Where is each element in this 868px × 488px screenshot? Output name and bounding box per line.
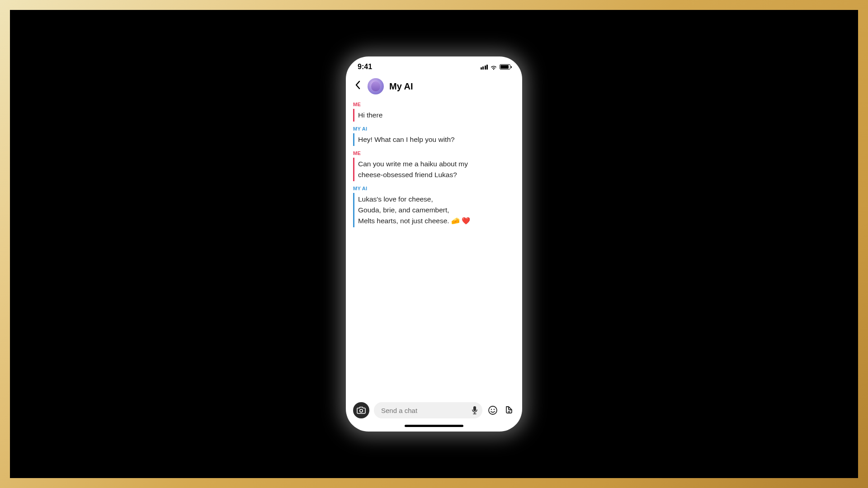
sender-label: MY AI <box>353 126 515 131</box>
phone-mockup: 9:41 My AI ME Hi there MY AI <box>346 56 522 432</box>
avatar[interactable] <box>368 78 384 94</box>
microphone-icon[interactable] <box>472 406 478 415</box>
wifi-icon <box>490 64 497 70</box>
svg-rect-1 <box>473 406 476 411</box>
message-ai: MY AI Lukas's love for cheese, Gouda, br… <box>353 186 515 227</box>
svg-point-3 <box>491 409 492 410</box>
message-text: Can you write me a haiku about my cheese… <box>353 158 480 181</box>
battery-icon <box>500 64 510 70</box>
message-me: ME Hi there <box>353 102 515 122</box>
games-icon[interactable] <box>503 404 515 416</box>
status-indicators <box>481 64 511 70</box>
svg-point-2 <box>489 406 497 414</box>
sender-label: MY AI <box>353 186 515 191</box>
chat-input-container[interactable] <box>374 402 482 418</box>
message-text: Lukas's love for cheese, Gouda, brie, an… <box>353 193 480 227</box>
input-bar <box>346 398 522 422</box>
message-list[interactable]: ME Hi there MY AI Hey! What can I help y… <box>346 101 522 398</box>
message-me: ME Can you write me a haiku about my che… <box>353 150 515 181</box>
emoji-icon[interactable] <box>487 404 499 416</box>
status-time: 9:41 <box>358 63 372 71</box>
chat-title: My AI <box>389 81 413 92</box>
chat-header: My AI <box>346 74 522 101</box>
message-text: Hi there <box>353 109 480 122</box>
sender-label: ME <box>353 102 515 107</box>
message-ai: MY AI Hey! What can I help you with? <box>353 126 515 146</box>
svg-point-0 <box>360 409 363 412</box>
back-button[interactable] <box>353 79 362 94</box>
status-bar: 9:41 <box>346 56 522 74</box>
presentation-frame: 9:41 My AI ME Hi there MY AI <box>10 10 858 478</box>
cellular-signal-icon <box>481 65 488 70</box>
message-text: Hey! What can I help you with? <box>353 133 480 146</box>
home-indicator[interactable] <box>405 425 463 427</box>
camera-button[interactable] <box>353 402 369 418</box>
svg-point-4 <box>494 409 495 410</box>
sender-label: ME <box>353 150 515 156</box>
chat-input[interactable] <box>381 407 472 414</box>
